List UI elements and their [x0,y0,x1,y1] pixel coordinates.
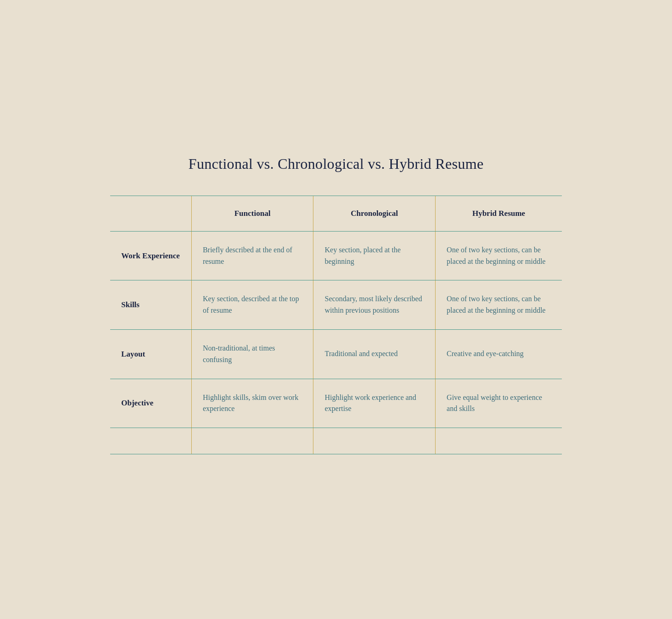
row-hybrid-1: One of two key sections, can be placed a… [436,280,562,330]
main-container: Functional vs. Chronological vs. Hybrid … [83,137,589,482]
page-title: Functional vs. Chronological vs. Hybrid … [110,155,562,173]
bottom-spacer-row [110,428,562,454]
row-functional-1: Key section, described at the top of res… [191,280,313,330]
row-chronological-3: Highlight work experience and expertise [313,379,436,428]
row-label-0: Work Experience [110,231,191,280]
header-functional: Functional [191,196,313,231]
header-row: Functional Chronological Hybrid Resume [110,196,562,231]
row-label-3: Objective [110,379,191,428]
table-row: Work ExperienceBriefly described at the … [110,231,562,280]
header-label-col [110,196,191,231]
row-functional-3: Highlight skills, skim over work experie… [191,379,313,428]
header-hybrid: Hybrid Resume [436,196,562,231]
row-hybrid-0: One of two key sections, can be placed a… [436,231,562,280]
row-chronological-1: Secondary, most likely described within … [313,280,436,330]
header-chronological: Chronological [313,196,436,231]
row-label-1: Skills [110,280,191,330]
row-hybrid-3: Give equal weight to experience and skil… [436,379,562,428]
comparison-table: Functional Chronological Hybrid Resume W… [110,196,562,454]
row-chronological-2: Traditional and expected [313,330,436,379]
row-label-2: Layout [110,330,191,379]
table-row: SkillsKey section, described at the top … [110,280,562,330]
row-functional-2: Non-traditional, at times confusing [191,330,313,379]
row-functional-0: Briefly described at the end of resume [191,231,313,280]
row-chronological-0: Key section, placed at the beginning [313,231,436,280]
row-hybrid-2: Creative and eye-catching [436,330,562,379]
table-row: ObjectiveHighlight skills, skim over wor… [110,379,562,428]
table-row: LayoutNon-traditional, at times confusin… [110,330,562,379]
